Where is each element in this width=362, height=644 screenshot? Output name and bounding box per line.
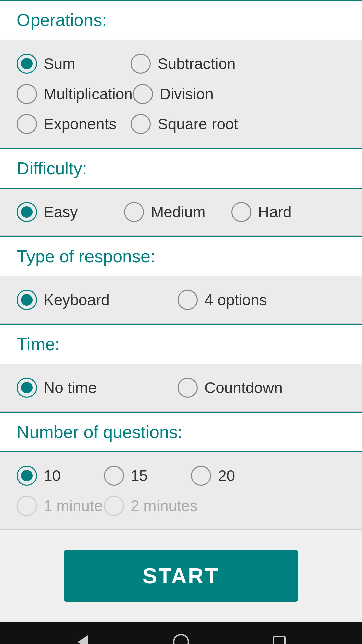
num-questions-title: Number of questions: [17,422,182,442]
radio-circle-hard[interactable] [231,202,251,222]
response-type-title: Type of response: [17,247,155,266]
operations-radio-group: Sum Subtraction Multiplication Division … [17,54,345,134]
radio-circle-fifteen[interactable] [104,466,124,486]
back-button[interactable] [73,632,93,644]
response-type-radio-group: Keyboard 4 options [17,290,345,310]
radio-item-exponents[interactable]: Exponents [17,114,131,134]
radio-label-division: Division [160,85,214,103]
svg-marker-0 [78,635,88,644]
radio-label-square-root: Square root [158,115,238,133]
radio-label-four-options: 4 options [204,291,267,309]
svg-point-1 [174,635,188,644]
nav-bar [0,622,362,644]
home-button[interactable] [171,632,191,644]
radio-label-subtraction: Subtraction [158,55,236,73]
num-questions-body: 10 15 20 1 minute 2 minutes [0,452,362,530]
operations-title: Operations: [17,10,107,30]
radio-label-keyboard: Keyboard [44,291,110,309]
num-questions-radio-group: 10 15 20 1 minute 2 minutes [17,466,345,516]
radio-label-exponents: Exponents [44,115,116,133]
radio-circle-four-options[interactable] [178,290,198,310]
radio-label-medium: Medium [151,203,206,221]
radio-item-easy[interactable]: Easy [17,202,124,222]
radio-circle-medium[interactable] [124,202,144,222]
num-questions-header: Number of questions: [0,412,362,452]
radio-label-two-minutes: 2 minutes [131,497,197,515]
radio-circle-one-minute[interactable] [17,496,37,516]
radio-circle-subtraction[interactable] [131,54,151,74]
time-title: Time: [17,334,60,354]
operations-body: Sum Subtraction Multiplication Division … [0,40,362,148]
radio-circle-twenty[interactable] [191,466,211,486]
radio-item-twenty[interactable]: 20 [191,466,278,486]
response-type-header: Type of response: [0,236,362,276]
radio-item-two-minutes[interactable]: 2 minutes [104,496,197,516]
radio-item-fifteen[interactable]: 15 [104,466,191,486]
svg-rect-2 [274,636,285,644]
time-radio-group: No time Countdown [17,378,345,398]
radio-item-one-minute[interactable]: 1 minute [17,496,104,516]
radio-item-square-root[interactable]: Square root [131,114,245,134]
start-button[interactable]: START [64,550,298,602]
radio-item-no-time[interactable]: No time [17,378,178,398]
radio-item-keyboard[interactable]: Keyboard [17,290,178,310]
radio-circle-square-root[interactable] [131,114,151,134]
radio-circle-no-time[interactable] [17,378,37,398]
main-content: Operations: Sum Subtraction Multiplicati… [0,0,362,622]
start-section: START [0,530,362,622]
radio-label-hard: Hard [258,203,292,221]
radio-label-fifteen: 15 [131,467,148,485]
radio-item-subtraction[interactable]: Subtraction [131,54,245,74]
radio-item-hard[interactable]: Hard [231,202,339,222]
radio-circle-countdown[interactable] [178,378,198,398]
radio-circle-easy[interactable] [17,202,37,222]
radio-label-twenty: 20 [218,467,235,485]
radio-circle-two-minutes[interactable] [104,496,124,516]
time-body: No time Countdown [0,364,362,412]
radio-item-countdown[interactable]: Countdown [178,378,285,398]
radio-circle-multiplication[interactable] [17,84,37,104]
operations-header: Operations: [0,0,362,40]
radio-item-ten[interactable]: 10 [17,466,104,486]
difficulty-title: Difficulty: [17,159,87,178]
radio-label-no-time: No time [44,379,97,397]
radio-item-multiplication[interactable]: Multiplication [17,84,133,104]
difficulty-radio-group: Easy Medium Hard [17,202,345,222]
time-header: Time: [0,324,362,364]
radio-circle-exponents[interactable] [17,114,37,134]
radio-label-countdown: Countdown [204,379,283,397]
radio-label-sum: Sum [44,55,75,73]
radio-item-medium[interactable]: Medium [124,202,231,222]
radio-item-four-options[interactable]: 4 options [178,290,285,310]
response-type-body: Keyboard 4 options [0,276,362,324]
radio-circle-sum[interactable] [17,54,37,74]
radio-label-ten: 10 [44,467,61,485]
radio-circle-keyboard[interactable] [17,290,37,310]
radio-item-sum[interactable]: Sum [17,54,131,74]
radio-circle-ten[interactable] [17,466,37,486]
difficulty-header: Difficulty: [0,148,362,189]
radio-label-easy: Easy [44,203,78,221]
radio-label-one-minute: 1 minute [44,497,103,515]
radio-circle-division[interactable] [133,84,153,104]
difficulty-body: Easy Medium Hard [0,189,362,236]
recent-apps-button[interactable] [269,632,289,644]
radio-item-division[interactable]: Division [133,84,247,104]
radio-label-multiplication: Multiplication [44,85,133,103]
